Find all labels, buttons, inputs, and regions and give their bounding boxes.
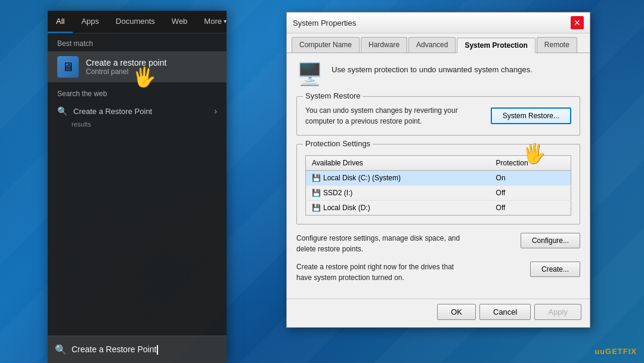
create-button[interactable]: Create... <box>530 262 580 277</box>
dialog-title: System Properties <box>293 19 356 27</box>
protection-settings-section: Protection Settings Available Drives Pro… <box>296 144 580 224</box>
start-menu-tabs: All Apps Documents Web More <box>48 11 227 33</box>
tab-remote[interactable]: Remote <box>537 37 577 53</box>
web-result-text-0: Create a Restore Point <box>73 107 208 116</box>
best-match-title: Create a restore point <box>86 58 217 67</box>
info-row: 🖥️ Use system protection to undo unwante… <box>296 61 580 87</box>
create-text: Create a restore point right now for the… <box>296 262 463 283</box>
drive-name-2: 💾Local Disk (D:) <box>306 201 490 216</box>
system-restore-content: You can undo system changes by reverting… <box>305 105 571 127</box>
system-restore-button[interactable]: System Restore... <box>491 107 571 124</box>
col-available-drives: Available Drives <box>306 156 490 171</box>
watermark-highlight: u <box>595 347 600 356</box>
watermark: uuGETFIX <box>595 347 637 356</box>
col-protection: Protection <box>490 156 571 171</box>
system-restore-text: You can undo system changes by reverting… <box>305 105 460 127</box>
tab-documents[interactable]: Documents <box>107 11 163 33</box>
table-row[interactable]: 💾SSD2 (I:) Off <box>306 186 571 201</box>
best-match-text: Create a restore point Control panel <box>86 58 217 76</box>
apply-button[interactable]: Apply <box>534 304 581 320</box>
create-row: Create a restore point right now for the… <box>296 262 580 283</box>
protection-settings-label: Protection Settings <box>303 139 373 148</box>
text-cursor <box>157 345 158 355</box>
protection-table: Available Drives Protection 💾Local Disk … <box>305 155 571 216</box>
tab-all[interactable]: All <box>48 11 73 33</box>
start-menu: All Apps Documents Web More Best match C… <box>48 11 227 363</box>
table-row[interactable]: 💾Local Disk (C:) (System) On <box>306 171 571 186</box>
system-properties-dialog: System Properties ✕ Computer Name Hardwa… <box>286 12 590 328</box>
drive-name-1: 💾SSD2 (I:) <box>306 186 490 201</box>
system-restore-section: System Restore You can undo system chang… <box>296 96 580 136</box>
tab-more[interactable]: More <box>196 11 235 33</box>
configure-text: Configure restore settings, manage disk … <box>296 233 463 254</box>
tab-apps[interactable]: Apps <box>73 11 107 33</box>
dialog-close-button[interactable]: ✕ <box>571 16 584 29</box>
info-text: Use system protection to undo unwanted s… <box>332 61 532 76</box>
search-web-label: Search the web <box>48 82 227 101</box>
tab-hardware[interactable]: Hardware <box>361 37 407 53</box>
web-result-sub-0: results <box>48 121 227 130</box>
search-input-text[interactable]: Create a Restore Point <box>72 344 219 355</box>
tab-system-protection[interactable]: System Protection <box>457 38 535 53</box>
dialog-titlebar: System Properties ✕ <box>287 13 590 33</box>
restore-point-icon <box>57 56 79 78</box>
table-row[interactable]: 💾Local Disk (D:) Off <box>306 201 571 216</box>
dialog-tabs: Computer Name Hardware Advanced System P… <box>287 33 590 53</box>
configure-row: Configure restore settings, manage disk … <box>296 233 580 254</box>
drive-protection-2: Off <box>490 201 571 216</box>
cancel-button[interactable]: Cancel <box>479 304 531 320</box>
system-icon: 🖥️ <box>296 61 323 87</box>
search-bar-icon: 🔍 <box>55 344 67 355</box>
tab-computer-name[interactable]: Computer Name <box>292 37 360 53</box>
configure-button[interactable]: Configure... <box>521 233 580 248</box>
best-match-label: Best match <box>48 33 227 51</box>
web-result-item-0[interactable]: 🔍 Create a Restore Point › <box>48 101 227 121</box>
tab-web[interactable]: Web <box>163 11 196 33</box>
system-restore-label: System Restore <box>303 91 363 100</box>
best-match-item[interactable]: Create a restore point Control panel <box>48 51 227 82</box>
dialog-body: 🖥️ Use system protection to undo unwante… <box>287 53 590 299</box>
drive-name-0: 💾Local Disk (C:) (System) <box>306 171 490 186</box>
ok-button[interactable]: OK <box>437 304 476 320</box>
best-match-subtitle: Control panel <box>86 67 217 76</box>
start-searchbar: 🔍 Create a Restore Point <box>48 336 227 363</box>
dialog-footer: OK Cancel Apply <box>287 299 590 327</box>
drive-protection-0: On <box>490 171 571 186</box>
drive-protection-1: Off <box>490 186 571 201</box>
tab-advanced[interactable]: Advanced <box>408 37 456 53</box>
search-icon: 🔍 <box>57 106 67 116</box>
arrow-icon: › <box>214 106 217 116</box>
